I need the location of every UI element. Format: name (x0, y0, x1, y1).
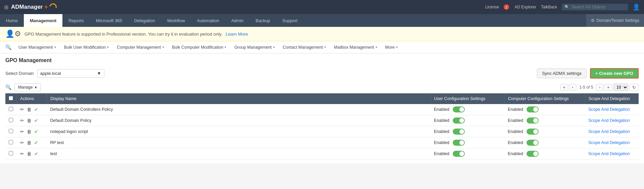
scope-delegation-link[interactable]: Scope And Delegation (588, 118, 630, 123)
row-checkbox[interactable] (9, 118, 13, 122)
computer-config-status: Enabled (508, 118, 523, 123)
domain-value: apple.local (40, 71, 61, 76)
ad-explorer-link[interactable]: AD Explorer (514, 5, 536, 9)
computer-config-toggle[interactable] (527, 129, 539, 135)
row-checkbox[interactable] (9, 129, 13, 133)
nav-item-microsoft365[interactable]: Microsoft 365 (90, 14, 128, 27)
header-checkbox-col (5, 93, 17, 104)
edit-icon[interactable]: ✏ (20, 129, 24, 134)
computer-config-cell: Enabled (508, 117, 582, 124)
per-page-select[interactable]: 10 25 50 (613, 84, 628, 91)
scope-delegation-link[interactable]: Scope And Delegation (588, 107, 630, 112)
edit-icon[interactable]: ✏ (20, 140, 24, 145)
row-checkbox[interactable] (9, 151, 13, 155)
sub-nav-more[interactable]: More ▾ (382, 41, 401, 53)
header-actions: Actions (17, 93, 47, 104)
learn-more-link[interactable]: Learn More (226, 32, 248, 37)
nav-item-backup[interactable]: Backup (250, 14, 276, 27)
pager-info: 1-5 of 5 (578, 85, 595, 90)
delete-icon[interactable]: 🗑 (27, 129, 32, 134)
sub-nav-bulk-computer-modification[interactable]: Bulk Computer Modification ▾ (169, 41, 230, 53)
delete-icon[interactable]: 🗑 (27, 107, 32, 112)
row-checkbox[interactable] (9, 140, 13, 144)
pager-last-button[interactable]: » (604, 84, 612, 91)
nav-item-delegation[interactable]: Delegation (128, 14, 161, 27)
select-all-checkbox[interactable] (9, 96, 13, 100)
nav-item-admin[interactable]: Admin (225, 14, 250, 27)
sub-nav-label: Contact Management (283, 45, 323, 50)
gpo-table-body: ✏ 🗑 ✔ Default Domain Controllers Policy … (5, 104, 639, 159)
chevron-down-icon: ▾ (225, 45, 226, 49)
search-input[interactable] (572, 5, 625, 9)
computer-config-toggle[interactable] (527, 106, 539, 112)
row-checkbox-cell (5, 115, 17, 126)
user-config-cell: Enabled (434, 129, 501, 135)
nav-item-home[interactable]: Home (0, 14, 24, 27)
sub-nav-contact-management[interactable]: Contact Management ▾ (280, 41, 330, 53)
scope-delegation-link[interactable]: Scope And Delegation (588, 129, 630, 134)
delete-icon[interactable]: 🗑 (27, 151, 32, 156)
sub-nav-user-management[interactable]: User Management ▾ (15, 41, 59, 53)
row-user-config: Enabled (431, 104, 504, 115)
pager-prev-button[interactable]: ‹ (569, 84, 576, 91)
nav-item-support[interactable]: Support (276, 14, 304, 27)
domain-select[interactable]: apple.local ▼ (37, 69, 104, 78)
sub-nav-search-icon[interactable]: 🔍 (3, 44, 14, 50)
sub-nav-label: Group Management (234, 45, 271, 50)
sub-nav-mailbox-management[interactable]: Mailbox Management ▾ (331, 41, 381, 53)
table-header-row: Actions Display Name User Configuration … (5, 93, 639, 104)
create-gpo-button[interactable]: + Create new GPO (590, 68, 639, 79)
talkback-link[interactable]: TalkBack (541, 5, 557, 9)
domain-settings-label: Domain/Tenant Settings (597, 18, 639, 23)
row-checkbox[interactable] (9, 107, 13, 111)
nav-item-workflow[interactable]: Workflow (161, 14, 191, 27)
user-avatar-icon[interactable]: 👤 (633, 3, 640, 11)
nav-item-management[interactable]: Management (24, 14, 62, 27)
scope-delegation-link[interactable]: Scope And Delegation (588, 151, 630, 156)
user-config-cell: Enabled (434, 106, 501, 112)
sub-nav-group-management[interactable]: Group Management ▾ (231, 41, 278, 53)
computer-config-toggle[interactable] (527, 140, 539, 146)
row-display-name: test (47, 148, 431, 159)
table-row: ✏ 🗑 ✔ RP test Enabled Enabled Scope And … (5, 137, 639, 148)
edit-icon[interactable]: ✏ (20, 107, 24, 112)
top-bar-right: License 2 AD Explorer TalkBack 🔍 👤 (485, 3, 640, 11)
pager-next-button[interactable]: › (596, 84, 603, 91)
edit-icon[interactable]: ✏ (20, 118, 24, 123)
domain-row-right: Sync ADMX settings + Create new GPO (537, 68, 639, 79)
user-config-toggle[interactable] (453, 140, 465, 146)
table-search-icon[interactable]: 🔍 (5, 84, 12, 90)
user-config-status: Enabled (434, 129, 449, 134)
row-scope-cell: Scope And Delegation (585, 115, 639, 126)
manage-button[interactable]: Manage ▼ (14, 83, 41, 91)
user-config-toggle[interactable] (453, 106, 465, 112)
scope-delegation-link[interactable]: Scope And Delegation (588, 140, 630, 145)
notification-badge[interactable]: 2 (504, 4, 510, 10)
user-config-status: Enabled (434, 107, 449, 112)
header-computer-config: Computer Configuration Settings (504, 93, 585, 104)
row-display-name: notepad logon script (47, 126, 431, 137)
sync-admx-button[interactable]: Sync ADMX settings (537, 68, 587, 78)
nav-item-automation[interactable]: Automation (191, 14, 225, 27)
nav-item-reports[interactable]: Reports (62, 14, 90, 27)
delete-icon[interactable]: 🗑 (27, 118, 32, 123)
sub-nav-computer-management[interactable]: Computer Management ▾ (113, 41, 167, 53)
chevron-down-icon: ▾ (396, 45, 398, 49)
computer-config-toggle[interactable] (527, 151, 539, 157)
pager-first-button[interactable]: « (560, 84, 568, 91)
row-display-name: Default Domain Controllers Policy (47, 104, 431, 115)
user-config-toggle[interactable] (453, 129, 465, 135)
sub-nav-bulk-user-modification[interactable]: Bulk User Modification ▾ (61, 41, 112, 53)
row-computer-config: Enabled (504, 104, 585, 115)
license-link[interactable]: License (485, 5, 499, 9)
computer-config-toggle[interactable] (527, 117, 539, 124)
row-actions-cell: ✏ 🗑 ✔ (17, 137, 47, 148)
user-config-toggle[interactable] (453, 151, 465, 157)
user-config-toggle[interactable] (453, 117, 465, 124)
refresh-button[interactable]: ↻ (630, 84, 639, 91)
row-scope-cell: Scope And Delegation (585, 137, 639, 148)
edit-icon[interactable]: ✏ (20, 151, 24, 156)
delete-icon[interactable]: 🗑 (27, 140, 32, 145)
grid-icon[interactable]: ⊞ (4, 4, 8, 10)
domain-settings-button[interactable]: ⚙ Domain/Tenant Settings (586, 14, 644, 27)
